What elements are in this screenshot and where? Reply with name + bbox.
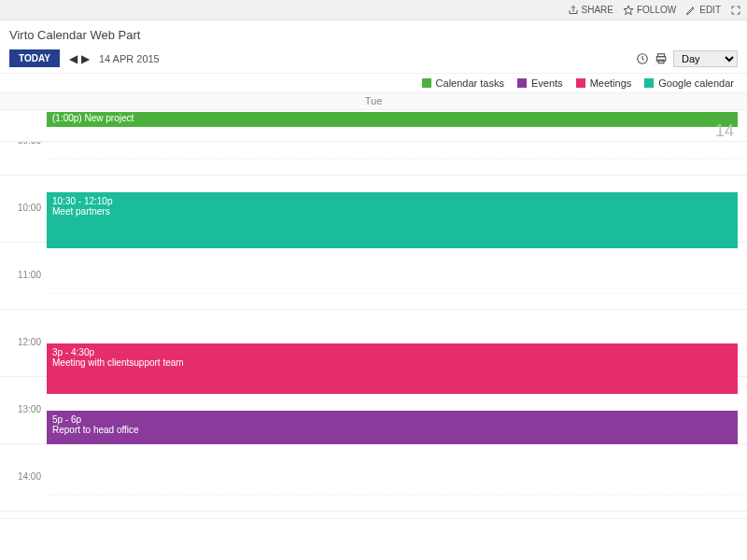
print-icon[interactable] <box>655 52 668 65</box>
event-time: 3p - 4:30p <box>52 347 732 357</box>
date-badge: 14 <box>715 121 734 141</box>
legend-item[interactable]: Google calendar <box>644 77 734 89</box>
current-date: 14 APR 2015 <box>99 53 160 64</box>
share-icon <box>568 5 579 16</box>
focus-icon <box>730 5 741 16</box>
calendar-event[interactable]: 10:30 - 12:10pMeet partners <box>47 192 738 248</box>
event-time: 10:30 - 12:10p <box>52 196 732 206</box>
calendar-event[interactable]: 5p - 6pReport to head office <box>47 411 738 444</box>
webpart-title: Virto Calendar Web Part <box>0 21 747 46</box>
time-label: 14:00 <box>6 471 41 482</box>
pencil-icon <box>685 5 697 16</box>
follow-button[interactable]: FOLLOW <box>623 5 676 16</box>
event-title: Report to head office <box>52 425 732 435</box>
event-time: 5p - 6p <box>52 414 732 425</box>
focus-button[interactable] <box>730 5 741 16</box>
share-button[interactable]: SHARE <box>568 5 613 16</box>
time-row[interactable]: 14:00 <box>0 478 747 511</box>
today-button[interactable]: TODAY <box>9 49 60 67</box>
time-label: 11:00 <box>6 270 41 280</box>
legend-swatch <box>576 78 585 88</box>
legend-item[interactable]: Meetings <box>576 77 632 89</box>
calendar: Tue (1:00p) New project 14 09:0010:0011:… <box>0 92 747 519</box>
view-select[interactable]: DayWeekMonthYear <box>673 50 738 67</box>
time-label: 12:00 <box>6 337 41 347</box>
day-header: Tue <box>0 93 747 110</box>
follow-label: FOLLOW <box>637 5 676 15</box>
event-title: Meeting with clientsupport team <box>52 357 732 368</box>
time-label: 10:00 <box>6 203 41 213</box>
legend-label: Events <box>531 77 563 89</box>
ribbon-bar: SHARE FOLLOW EDIT <box>0 0 747 21</box>
time-grid: 09:0010:0011:0012:0013:0014:0015:0016:00… <box>0 142 747 478</box>
legend-item[interactable]: Events <box>517 77 563 89</box>
edit-button[interactable]: EDIT <box>685 5 721 16</box>
legend-swatch <box>644 78 654 88</box>
svg-marker-0 <box>624 6 633 15</box>
allday-row[interactable]: (1:00p) New project 14 <box>0 110 747 142</box>
event-area: 10:30 - 12:10pMeet partners3p - 4:30pMee… <box>47 142 738 478</box>
legend: Calendar tasksEventsMeetingsGoogle calen… <box>0 74 747 92</box>
time-label: 13:00 <box>6 404 41 414</box>
legend-label: Google calendar <box>658 77 734 89</box>
time-grid-wrap[interactable]: 09:0010:0011:0012:0013:0014:0015:0016:00… <box>0 142 747 519</box>
nav-arrows: ◀ ▶ <box>67 52 92 65</box>
calendar-event[interactable]: 3p - 4:30pMeeting with clientsupport tea… <box>47 343 738 394</box>
prev-button[interactable]: ◀ <box>67 52 79 65</box>
legend-swatch <box>422 78 431 88</box>
edit-label: EDIT <box>699 5 721 15</box>
timezone-icon[interactable] <box>636 52 649 65</box>
next-button[interactable]: ▶ <box>79 52 92 65</box>
event-title: Meet partners <box>52 206 732 217</box>
legend-label: Calendar tasks <box>436 77 504 89</box>
allday-event[interactable]: (1:00p) New project <box>47 112 738 127</box>
toolbar-right: DayWeekMonthYear <box>636 50 738 67</box>
time-label: 09:00 <box>6 142 41 146</box>
legend-label: Meetings <box>590 77 632 89</box>
legend-swatch <box>517 78 527 88</box>
legend-item[interactable]: Calendar tasks <box>422 77 504 89</box>
share-label: SHARE <box>582 5 613 15</box>
star-icon <box>623 5 634 16</box>
calendar-toolbar: TODAY ◀ ▶ 14 APR 2015 DayWeekMonthYear <box>0 46 747 74</box>
